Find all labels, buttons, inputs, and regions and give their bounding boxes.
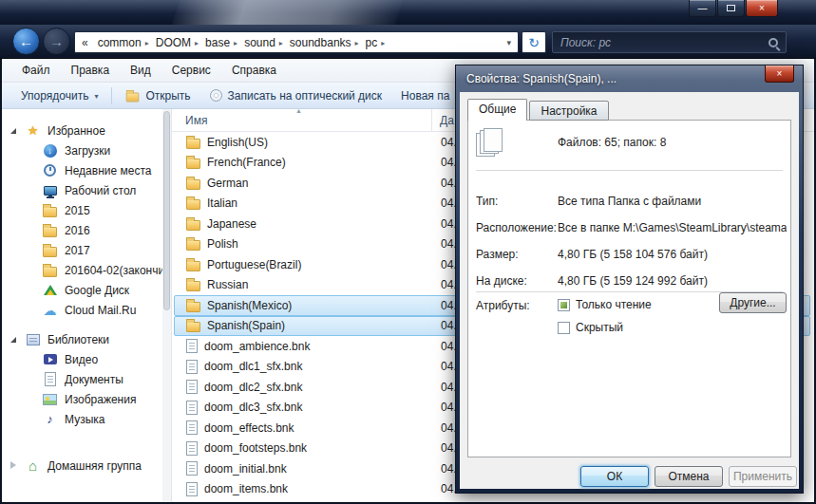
breadcrumb-overflow-icon[interactable]: « [75,36,93,49]
forward-button[interactable]: → [43,28,70,55]
maximize-button[interactable] [717,0,745,17]
file-date: 04. [433,441,457,455]
apply-button[interactable]: Применить [729,466,797,487]
breadcrumb-item-common[interactable]: common▸ [93,32,151,52]
sidebar-section-homegroup[interactable]: ⌂ Домашняя группа [2,456,171,476]
sidebar-item-downloads[interactable]: ↓ Загрузки [2,140,171,160]
file-date: 04. [433,421,457,435]
breadcrumb-separator-icon[interactable]: ▸ [234,38,237,47]
breadcrumb-separator-icon[interactable]: ▸ [145,38,149,47]
folder-icon [186,159,200,169]
homegroup-icon: ⌂ [28,457,37,474]
breadcrumb-item-base[interactable]: base▸ [200,32,239,52]
new-folder-button[interactable]: Новая па [391,85,459,106]
file-name: doom_dlc3_sfx.bnk [204,401,302,414]
search-input[interactable]: Поиск: pc [552,31,787,53]
expander-open-icon[interactable] [10,337,16,343]
sidebar-item-music[interactable]: ♪ Музыка [2,409,171,429]
sidebar-item-google-drive[interactable]: Google Диск [2,280,171,300]
back-button[interactable]: ← [12,28,40,55]
sidebar-item-recent-places[interactable]: Недавние места [2,160,171,180]
section-label: Домашняя группа [47,459,142,473]
close-icon: × [777,68,783,79]
checkbox-indeterminate-icon[interactable] [558,299,570,311]
column-header-name[interactable]: Имя ▲ [172,109,432,131]
menu-file[interactable]: Файл [11,64,61,77]
item-label: Изображения [65,393,136,406]
navigation-pane: ★ Избранное ↓ Загрузки Недавние места Ра… [2,109,171,502]
breadcrumb-label: base [205,36,230,49]
breadcrumb-item-doom[interactable]: DOOM▸ [151,32,200,52]
folder-icon [186,220,200,231]
tab-customize[interactable]: Настройка [529,101,608,121]
address-bar[interactable]: « common▸ DOOM▸ base▸ sound▸ soundbanks▸… [74,31,519,53]
breadcrumb-item-soundbanks[interactable]: soundbanks▸ [285,32,361,52]
sidebar-section-libraries[interactable]: Библиотеки [2,329,171,349]
checkbox-unchecked-icon[interactable] [558,322,570,334]
file-date: 04. [433,299,457,312]
file-date: 04. [433,156,457,169]
chevron-down-icon: ▾ [94,90,98,101]
menu-help[interactable]: Справка [221,64,287,77]
ok-button[interactable]: ОК [580,466,649,487]
sidebar-item-201604-02[interactable]: 201604-02(закончить) [2,260,171,280]
favorites-star-icon: ★ [28,123,39,138]
dialog-close-button[interactable]: × [765,65,794,83]
breadcrumb-item-sound[interactable]: sound▸ [239,32,285,52]
scrollbar-thumb[interactable] [163,111,170,310]
folder-icon [186,199,200,210]
refresh-button[interactable]: ↻ [522,31,546,53]
sidebar-item-2016[interactable]: 2016 [2,220,171,240]
section-label: Избранное [47,124,105,138]
open-button[interactable]: Открыть [116,85,199,106]
field-label: На диске: [476,274,527,288]
cancel-button[interactable]: Отмена [655,466,723,487]
expander-open-icon[interactable] [10,128,16,134]
music-note-icon: ♪ [47,412,53,426]
file-date: 04. [433,237,457,251]
burn-label: Записать на оптический диск [228,89,383,103]
other-attributes-button[interactable]: Другие... [719,292,787,313]
breadcrumb-separator-icon[interactable]: ▸ [279,38,283,47]
sidebar-item-documents[interactable]: Документы [2,369,171,389]
sidebar-scrollbar[interactable] [162,109,171,502]
desktop-icon [44,186,57,196]
dialog-titlebar[interactable]: Свойства: Spanish(Spain), ... [456,65,803,92]
recent-places-icon [44,164,56,177]
address-dropdown-icon[interactable]: ▾ [500,38,518,47]
file-icon [186,441,198,456]
navigation-bar: ← → « common▸ DOOM▸ base▸ sound▸ soundba… [0,25,816,59]
titlebar[interactable]: — × [0,0,816,25]
file-name: Portuguese(Brazil) [207,258,301,271]
breadcrumb-separator-icon[interactable]: ▸ [381,38,385,47]
sidebar-item-pictures[interactable]: Изображения [2,389,171,409]
breadcrumb-separator-icon[interactable]: ▸ [355,38,359,47]
minimize-button[interactable]: — [689,0,716,17]
close-button[interactable]: × [746,0,778,17]
hidden-checkbox[interactable]: Скрытый [558,320,623,335]
menu-tools[interactable]: Сервис [161,64,221,77]
search-icon [769,38,778,47]
sidebar-section-favorites[interactable]: ★ Избранное [2,121,171,140]
breadcrumb-separator-icon[interactable]: ▸ [195,38,199,47]
organize-button[interactable]: Упорядочить ▾ [11,85,107,106]
readonly-checkbox[interactable]: Только чтение [558,297,652,312]
tab-general[interactable]: Общие [467,99,527,121]
burn-button[interactable]: Записать на оптический диск [200,85,392,106]
column-header-date[interactable]: Да [432,109,454,131]
open-label: Открыть [145,89,190,103]
sidebar-item-cloud-mailru[interactable]: ☁ Cloud Mail.Ru [2,300,171,320]
sidebar-item-2017[interactable]: 2017 [2,240,171,260]
multiple-folders-icon [476,128,506,159]
expander-closed-icon[interactable] [10,461,16,469]
menu-view[interactable]: Вид [120,64,161,77]
menu-edit[interactable]: Правка [61,64,121,77]
breadcrumb-item-pc[interactable]: pc▸ [361,32,388,52]
sidebar-item-desktop[interactable]: Рабочий стол [2,180,171,200]
sidebar-item-video[interactable]: Видео [2,349,171,369]
breadcrumb-label: soundbanks [290,36,351,49]
sidebar-item-2015[interactable]: 2015 [2,200,171,220]
file-name: German [207,177,248,190]
file-date: 04. [433,278,457,291]
file-name: doom_dlc1_sfx.bnk [204,360,302,373]
